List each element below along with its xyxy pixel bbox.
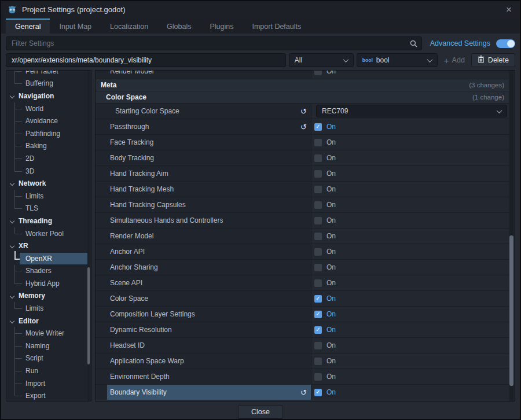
tab-localization[interactable]: Localization (101, 19, 157, 34)
setting-row-hand-tracking-aim[interactable]: Hand Tracking Aim On (96, 165, 509, 181)
checkbox[interactable]: ✓ (314, 326, 322, 334)
check-icon: ✓ (315, 327, 320, 333)
feature-filter-dropdown[interactable]: All (289, 53, 354, 67)
sidebar-item-threading[interactable]: Threading (6, 215, 91, 227)
sidebar-item-buffering[interactable]: Buffering (6, 78, 91, 90)
checkbox[interactable] (314, 342, 322, 349)
sidebar-item-naming[interactable]: Naming (6, 340, 91, 352)
tab-input-map[interactable]: Input Map (50, 19, 101, 34)
checkbox[interactable] (314, 217, 322, 224)
setting-row-scene-api[interactable]: Scene API On (96, 275, 509, 290)
sidebar-item-tls[interactable]: TLS (6, 202, 91, 215)
tree-line (14, 277, 15, 283)
sidebar-item-avoidance[interactable]: Avoidance (6, 115, 91, 127)
checkbox[interactable]: ✓ (314, 311, 322, 318)
setting-row-simultaneous-hands-and-controllers[interactable]: Simultaneous Hands and Controllers On (96, 212, 509, 228)
tab-import-defaults[interactable]: Import Defaults (243, 19, 310, 34)
revert-icon[interactable]: ↺ (300, 107, 307, 116)
setting-row-environment-depth[interactable]: Environment Depth On (96, 369, 509, 384)
checkbox[interactable]: ✓ (314, 123, 322, 131)
setting-row-render-model[interactable]: Render Model On (96, 228, 509, 244)
sidebar-item-limits[interactable]: Limits (6, 190, 91, 202)
checkbox[interactable] (314, 233, 322, 240)
sidebar-item-import[interactable]: Import (6, 377, 91, 390)
section-header-label: Color Space (96, 93, 146, 101)
sidebar-item-3d[interactable]: 3D (6, 165, 91, 178)
sidebar-item-pathfinding[interactable]: Pathfinding (6, 127, 91, 140)
settings-scrollbar[interactable] (509, 71, 513, 401)
advanced-settings-toggle[interactable] (496, 39, 515, 48)
sidebar-item-label: 2D (25, 154, 34, 163)
revert-icon[interactable]: ↺ (300, 388, 307, 397)
setting-row-face-tracking[interactable]: Face Tracking On (96, 134, 509, 150)
sidebar-item-openxr[interactable]: OpenXR (6, 252, 91, 265)
checkbox[interactable] (314, 154, 322, 162)
sidebar-scrollbar[interactable] (87, 71, 90, 401)
checkbox[interactable] (314, 248, 322, 256)
sidebar-item-worker-pool[interactable]: Worker Pool (6, 227, 91, 240)
type-dropdown[interactable]: bool bool (357, 53, 438, 67)
collapse-arrow-icon[interactable] (10, 181, 14, 186)
checkbox[interactable] (314, 201, 322, 209)
sidebar-item-editor[interactable]: Editor (6, 315, 91, 327)
setting-row-anchor-api[interactable]: Anchor API On (96, 244, 509, 259)
add-button[interactable]: + Add (441, 56, 468, 65)
checkbox[interactable] (314, 279, 322, 287)
sidebar-item-shaders[interactable]: Shaders (6, 265, 91, 278)
value-dropdown[interactable]: REC709 (316, 105, 507, 117)
collapse-arrow-icon[interactable] (10, 293, 14, 298)
setting-row-composition-layer-settings[interactable]: Composition Layer Settings ✓ On (96, 306, 509, 322)
collapse-arrow-icon[interactable] (10, 94, 14, 98)
setting-row-boundary-visibility[interactable]: Boundary Visibility ↺ ✓ On (96, 384, 509, 400)
checkbox[interactable]: ✓ (314, 295, 322, 303)
sidebar-item-navigation[interactable]: Navigation (6, 90, 91, 102)
tab-plugins[interactable]: Plugins (200, 19, 243, 34)
checkbox[interactable] (314, 358, 322, 365)
setting-row-hand-tracking-capsules[interactable]: Hand Tracking Capsules On (96, 197, 509, 212)
delete-button[interactable]: Delete (471, 53, 515, 67)
setting-row-color-space[interactable]: Color Space ✓ On (96, 290, 509, 306)
settings-scrollbar-thumb[interactable] (509, 235, 513, 386)
sidebar-item-script[interactable]: Script (6, 352, 91, 365)
collapse-arrow-icon[interactable] (10, 244, 14, 248)
sidebar-item-run[interactable]: Run (6, 364, 91, 377)
checkbox[interactable] (314, 264, 322, 271)
sidebar-item-xr[interactable]: XR (6, 240, 91, 252)
sidebar-scrollbar-thumb[interactable] (87, 267, 90, 364)
sidebar-item-hybrid-app[interactable]: Hybrid App (6, 277, 91, 290)
setting-label-cell: Body Tracking (96, 150, 311, 165)
sidebar-item-export[interactable]: Export (6, 389, 91, 401)
sidebar-item-network[interactable]: Network (6, 177, 91, 190)
setting-row-render-model[interactable]: Render Model On (96, 71, 509, 79)
revert-icon[interactable]: ↺ (300, 123, 307, 131)
tab-general[interactable]: General (6, 19, 50, 34)
setting-row-starting-color-space[interactable]: Starting Color Space ↺ REC709 (96, 103, 509, 119)
setting-row-hand-tracking-mesh[interactable]: Hand Tracking Mesh On (96, 181, 509, 197)
setting-row-anchor-sharing[interactable]: Anchor Sharing On (96, 259, 509, 275)
sidebar-item-limits[interactable]: Limits (6, 302, 91, 315)
checkbox[interactable] (314, 170, 322, 178)
checkbox[interactable] (314, 139, 322, 146)
setting-row-passthrough[interactable]: Passthrough ↺ ✓ On (96, 119, 509, 134)
setting-row-application-space-warp[interactable]: Application Space Warp On (96, 353, 509, 369)
sidebar-item-baking[interactable]: Baking (6, 140, 91, 153)
setting-row-body-tracking[interactable]: Body Tracking On (96, 150, 509, 165)
checkbox[interactable] (314, 71, 322, 75)
sidebar-item-world[interactable]: World (6, 102, 91, 115)
close-icon[interactable]: × (504, 5, 514, 14)
checkbox[interactable]: ✓ (314, 389, 322, 396)
sidebar-item-pen-tablet[interactable]: Pen Tablet (6, 70, 91, 78)
sidebar-item-movie-writer[interactable]: Movie Writer (6, 327, 91, 340)
checkbox[interactable] (314, 186, 322, 193)
sidebar-item-memory[interactable]: Memory (6, 290, 91, 303)
collapse-arrow-icon[interactable] (10, 219, 14, 223)
setting-row-dynamic-resolution[interactable]: Dynamic Resolution ✓ On (96, 322, 509, 337)
setting-row-headset-id[interactable]: Headset ID On (96, 337, 509, 353)
checkbox[interactable] (314, 373, 322, 381)
filter-settings-input[interactable] (6, 36, 422, 50)
sidebar-item-2d[interactable]: 2D (6, 152, 91, 165)
tab-globals[interactable]: Globals (157, 19, 200, 34)
property-path-input[interactable] (6, 53, 286, 67)
close-button[interactable]: Close (238, 405, 283, 419)
collapse-arrow-icon[interactable] (10, 319, 14, 323)
